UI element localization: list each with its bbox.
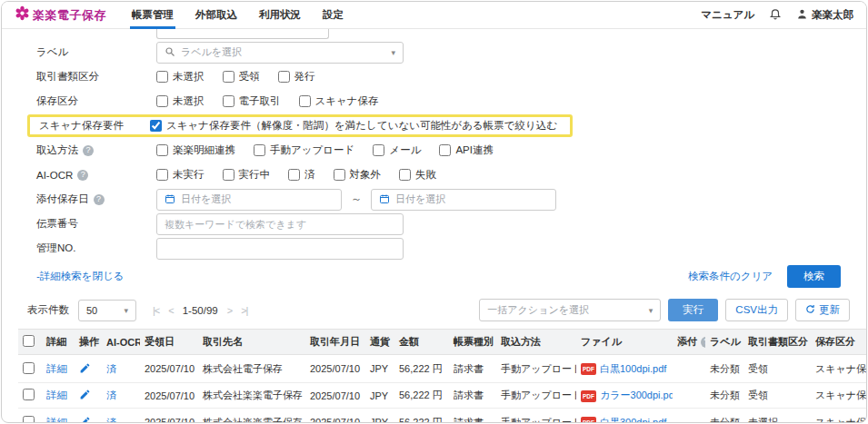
import-method: 手動アップロード xyxy=(496,383,576,409)
checkbox[interactable] xyxy=(223,95,234,107)
detail-link[interactable]: 詳細 xyxy=(46,417,67,424)
checkbox[interactable] xyxy=(299,95,311,107)
ai-ocr-option[interactable]: 対象外 xyxy=(334,168,382,182)
filter-row-attach-date: 添付保存日? 日付を選択 ～ 日付を選択 xyxy=(36,188,841,211)
slip-no-input[interactable] xyxy=(156,213,404,235)
first-page-button[interactable]: |< xyxy=(153,305,159,316)
received-date: 2025/07/10 xyxy=(140,355,198,383)
pdf-icon: PDF xyxy=(581,363,596,375)
label-cell: 未分類 xyxy=(705,355,743,383)
import-method-option[interactable]: メール xyxy=(373,143,421,157)
filter-row-import-method: 取込方法? 楽楽明細連携 手動アップロード メール API連携 xyxy=(36,139,841,162)
clear-search-conditions-link[interactable]: 検索条件のクリア xyxy=(688,270,773,283)
checkbox-label: 受領 xyxy=(239,70,260,84)
checkbox[interactable] xyxy=(223,169,234,181)
run-button[interactable]: 実行 xyxy=(668,299,718,321)
checkbox[interactable] xyxy=(288,169,300,181)
import-method-option[interactable]: API連携 xyxy=(439,143,494,157)
tab-riyou-joukyou[interactable]: 利用状況 xyxy=(248,2,312,29)
clipped-filter-input[interactable] xyxy=(156,29,329,39)
save-class-option[interactable]: 未選択 xyxy=(156,94,205,108)
csv-export-button[interactable]: CSV出力 xyxy=(725,299,788,321)
partner-name: 株式会社電子保存 xyxy=(198,355,305,383)
last-page-button[interactable]: >| xyxy=(241,305,247,316)
file-link[interactable]: カラー300dpi.pdf xyxy=(600,389,673,400)
bulk-action-placeholder: 一括アクションを選択 xyxy=(487,303,589,317)
calendar-icon xyxy=(165,193,175,206)
select-all-checkbox[interactable] xyxy=(23,335,35,347)
edit-pencil-icon[interactable] xyxy=(79,362,91,374)
tab-settei[interactable]: 設定 xyxy=(312,2,354,29)
save-class-option[interactable]: 電子取引 xyxy=(223,94,281,108)
import-method-option[interactable]: 手動アップロード xyxy=(254,143,354,157)
row-checkbox[interactable] xyxy=(23,362,35,374)
checkbox-label: スキャナ保存要件（解像度・階調）を満たしていない可能性がある帳票で絞り込む xyxy=(166,119,557,133)
label-select-combobox[interactable]: ラベルを選択 ▾ xyxy=(156,42,404,64)
file-link[interactable]: 白黒300dpi.pdf xyxy=(600,417,666,424)
file-link[interactable]: 白黒100dpi.pdf xyxy=(600,363,666,374)
col-attach-label: 添付 xyxy=(677,335,697,349)
display-count-select[interactable]: 50 ▾ xyxy=(78,300,136,321)
tab-chouhyou-kanri[interactable]: 帳票管理 xyxy=(121,2,185,29)
doc-class-option[interactable]: 受領 xyxy=(223,70,260,84)
table-row: 詳細 済 2025/07/10 株式会社楽楽電子保存 2025/07/10 JP… xyxy=(18,383,867,409)
checkbox[interactable] xyxy=(334,169,345,181)
checkbox[interactable] xyxy=(156,144,168,156)
save-class-option[interactable]: スキャナ保存 xyxy=(299,94,379,108)
checkbox[interactable] xyxy=(278,71,290,83)
checkbox[interactable] xyxy=(156,71,168,83)
checkbox[interactable] xyxy=(223,71,234,83)
checkbox[interactable] xyxy=(156,95,168,107)
help-icon[interactable]: ? xyxy=(701,337,705,348)
filter-label: AI-OCR xyxy=(36,170,73,181)
ai-ocr-option[interactable]: 失敗 xyxy=(399,168,436,182)
row-checkbox[interactable] xyxy=(23,416,35,424)
bell-icon[interactable] xyxy=(769,7,782,24)
checkbox[interactable] xyxy=(156,169,168,181)
bulk-action-select[interactable]: 一括アクションを選択 ▾ xyxy=(479,299,661,321)
detail-link[interactable]: 詳細 xyxy=(46,389,67,400)
doc-class-option[interactable]: 発行 xyxy=(278,70,315,84)
col-trade-date: 取引年月日 xyxy=(305,330,365,355)
edit-pencil-icon[interactable] xyxy=(79,389,91,400)
amount: 56,222 円 xyxy=(394,383,449,409)
detail-link[interactable]: 詳細 xyxy=(46,363,67,374)
row-checkbox[interactable] xyxy=(23,389,35,400)
checkbox[interactable] xyxy=(439,144,451,156)
checkbox[interactable] xyxy=(254,144,265,156)
filter-label: 伝票番号 xyxy=(36,217,78,231)
scan-req-option[interactable]: スキャナ保存要件（解像度・階調）を満たしていない可能性がある帳票で絞り込む xyxy=(150,119,557,133)
tab-gaibu-torikomi[interactable]: 外部取込 xyxy=(185,2,248,29)
checkbox-label: 電子取引 xyxy=(239,94,281,108)
checkbox[interactable] xyxy=(399,169,411,181)
checkbox-label: 未選択 xyxy=(173,70,205,84)
label-cell: 未分類 xyxy=(705,409,743,424)
filter-row-doc-class: 取引書類区分 未選択 受領 発行 xyxy=(36,65,841,88)
search-button[interactable]: 検索 xyxy=(787,265,841,288)
manual-link[interactable]: マニュアル xyxy=(701,8,754,22)
checkbox-label: メール xyxy=(389,143,421,157)
refresh-button[interactable]: 更新 xyxy=(795,299,850,321)
import-method-option[interactable]: 楽楽明細連携 xyxy=(156,143,235,157)
filter-footer: -詳細検索を閉じる 検索条件のクリア 検索 xyxy=(36,265,841,288)
edit-pencil-icon[interactable] xyxy=(79,416,91,424)
date-to-input[interactable]: 日付を選択 xyxy=(371,189,556,211)
ai-ocr-option[interactable]: 未実行 xyxy=(156,168,205,182)
manage-no-input[interactable] xyxy=(156,238,404,260)
help-icon[interactable]: ? xyxy=(77,170,88,181)
help-icon[interactable]: ? xyxy=(83,145,94,156)
close-detail-search-link[interactable]: -詳細検索を閉じる xyxy=(36,270,125,283)
help-icon[interactable]: ? xyxy=(94,194,105,205)
pagination: |< < 1-50/99 > >| xyxy=(153,305,247,316)
doc-class-option[interactable]: 未選択 xyxy=(156,70,205,84)
user-menu[interactable]: 楽楽太郎 xyxy=(796,8,853,22)
date-from-input[interactable]: 日付を選択 xyxy=(156,189,342,211)
ai-ocr-option[interactable]: 済 xyxy=(288,168,315,182)
col-save-class: 保存区分 xyxy=(811,330,867,355)
ai-ocr-option[interactable]: 実行中 xyxy=(223,168,271,182)
next-page-button[interactable]: > xyxy=(227,305,232,316)
scan-req-checkbox[interactable] xyxy=(150,120,162,132)
prev-page-button[interactable]: < xyxy=(168,305,173,316)
checkbox[interactable] xyxy=(373,144,384,156)
ocr-status: 済 xyxy=(106,417,116,424)
